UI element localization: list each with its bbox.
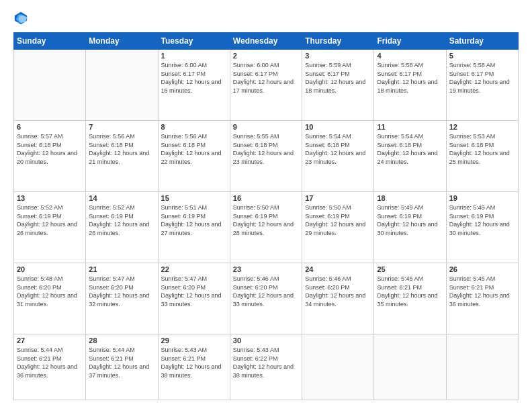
calendar-cell: [14, 50, 86, 121]
calendar-cell: [374, 334, 446, 400]
calendar-cell: 13Sunrise: 5:52 AM Sunset: 6:19 PM Dayli…: [14, 192, 86, 263]
calendar-week-5: 27Sunrise: 5:44 AM Sunset: 6:21 PM Dayli…: [14, 334, 519, 400]
calendar-cell: 15Sunrise: 5:51 AM Sunset: 6:19 PM Dayli…: [158, 192, 230, 263]
day-info: Sunrise: 5:48 AM Sunset: 6:20 PM Dayligh…: [17, 275, 83, 308]
calendar-header-wednesday: Wednesday: [230, 33, 302, 50]
calendar-cell: 7Sunrise: 5:56 AM Sunset: 6:18 PM Daylig…: [86, 121, 158, 192]
day-info: Sunrise: 5:54 AM Sunset: 6:18 PM Dayligh…: [377, 132, 443, 166]
day-info: Sunrise: 5:52 AM Sunset: 6:19 PM Dayligh…: [17, 203, 83, 237]
day-number: 14: [89, 194, 154, 202]
day-number: 17: [305, 194, 371, 202]
day-number: 30: [233, 336, 299, 345]
day-number: 28: [89, 336, 154, 345]
day-info: Sunrise: 5:56 AM Sunset: 6:18 PM Dayligh…: [89, 132, 154, 166]
calendar-cell: 22Sunrise: 5:47 AM Sunset: 6:20 PM Dayli…: [158, 263, 230, 334]
day-number: 23: [233, 265, 299, 273]
day-info: Sunrise: 5:55 AM Sunset: 6:18 PM Dayligh…: [233, 132, 299, 166]
day-number: 19: [449, 194, 515, 202]
calendar-cell: 9Sunrise: 5:55 AM Sunset: 6:18 PM Daylig…: [230, 121, 302, 192]
day-info: Sunrise: 5:52 AM Sunset: 6:19 PM Dayligh…: [89, 203, 154, 237]
calendar-cell: 14Sunrise: 5:52 AM Sunset: 6:19 PM Dayli…: [86, 192, 158, 263]
day-info: Sunrise: 6:00 AM Sunset: 6:17 PM Dayligh…: [161, 61, 227, 95]
day-info: Sunrise: 5:47 AM Sunset: 6:20 PM Dayligh…: [89, 275, 154, 308]
day-number: 10: [305, 123, 371, 131]
day-number: 22: [161, 265, 227, 273]
calendar: SundayMondayTuesdayWednesdayThursdayFrid…: [13, 32, 519, 400]
day-info: Sunrise: 5:54 AM Sunset: 6:18 PM Dayligh…: [305, 132, 371, 166]
calendar-cell: 6Sunrise: 5:57 AM Sunset: 6:18 PM Daylig…: [14, 121, 86, 192]
calendar-cell: 3Sunrise: 5:59 AM Sunset: 6:17 PM Daylig…: [302, 50, 374, 121]
calendar-header-thursday: Thursday: [302, 33, 374, 50]
day-number: 16: [233, 194, 299, 202]
calendar-cell: 11Sunrise: 5:54 AM Sunset: 6:18 PM Dayli…: [374, 121, 446, 192]
calendar-week-3: 13Sunrise: 5:52 AM Sunset: 6:19 PM Dayli…: [14, 192, 519, 263]
calendar-cell: [86, 50, 158, 121]
calendar-cell: 12Sunrise: 5:53 AM Sunset: 6:18 PM Dayli…: [446, 121, 518, 192]
day-number: 13: [17, 194, 83, 202]
day-number: 24: [305, 265, 371, 273]
day-number: 12: [449, 123, 515, 131]
day-info: Sunrise: 5:46 AM Sunset: 6:20 PM Dayligh…: [233, 275, 299, 308]
day-number: 29: [161, 336, 227, 345]
day-info: Sunrise: 5:43 AM Sunset: 6:22 PM Dayligh…: [233, 346, 299, 379]
day-info: Sunrise: 5:59 AM Sunset: 6:17 PM Dayligh…: [305, 61, 371, 95]
calendar-header-sunday: Sunday: [14, 33, 86, 50]
day-number: 7: [89, 123, 154, 131]
day-info: Sunrise: 5:44 AM Sunset: 6:21 PM Dayligh…: [17, 346, 83, 379]
day-number: 26: [449, 265, 515, 273]
day-number: 2: [233, 52, 299, 60]
calendar-cell: 25Sunrise: 5:45 AM Sunset: 6:21 PM Dayli…: [374, 263, 446, 334]
day-info: Sunrise: 5:58 AM Sunset: 6:17 PM Dayligh…: [449, 61, 515, 95]
day-number: 20: [17, 265, 83, 273]
calendar-cell: 30Sunrise: 5:43 AM Sunset: 6:22 PM Dayli…: [230, 334, 302, 400]
page: SundayMondayTuesdayWednesdayThursdayFrid…: [0, 0, 532, 411]
calendar-cell: 10Sunrise: 5:54 AM Sunset: 6:18 PM Dayli…: [302, 121, 374, 192]
calendar-cell: 2Sunrise: 6:00 AM Sunset: 6:17 PM Daylig…: [230, 50, 302, 121]
header: [13, 11, 519, 26]
calendar-cell: 4Sunrise: 5:58 AM Sunset: 6:17 PM Daylig…: [374, 50, 446, 121]
day-number: 9: [233, 123, 299, 131]
calendar-cell: 20Sunrise: 5:48 AM Sunset: 6:20 PM Dayli…: [14, 263, 86, 334]
calendar-header-monday: Monday: [86, 33, 158, 50]
day-info: Sunrise: 5:45 AM Sunset: 6:21 PM Dayligh…: [377, 275, 443, 308]
day-info: Sunrise: 5:53 AM Sunset: 6:18 PM Dayligh…: [449, 132, 515, 166]
day-info: Sunrise: 5:46 AM Sunset: 6:20 PM Dayligh…: [305, 275, 371, 308]
day-info: Sunrise: 5:47 AM Sunset: 6:20 PM Dayligh…: [161, 275, 227, 308]
calendar-cell: [446, 334, 518, 400]
day-number: 4: [377, 52, 443, 60]
day-number: 25: [377, 265, 443, 273]
calendar-cell: 24Sunrise: 5:46 AM Sunset: 6:20 PM Dayli…: [302, 263, 374, 334]
day-info: Sunrise: 5:49 AM Sunset: 6:19 PM Dayligh…: [449, 203, 515, 237]
day-info: Sunrise: 5:50 AM Sunset: 6:19 PM Dayligh…: [305, 203, 371, 237]
day-info: Sunrise: 5:43 AM Sunset: 6:21 PM Dayligh…: [161, 346, 227, 379]
day-info: Sunrise: 5:56 AM Sunset: 6:18 PM Dayligh…: [161, 132, 227, 166]
calendar-cell: 17Sunrise: 5:50 AM Sunset: 6:19 PM Dayli…: [302, 192, 374, 263]
day-info: Sunrise: 5:51 AM Sunset: 6:19 PM Dayligh…: [161, 203, 227, 237]
calendar-cell: 21Sunrise: 5:47 AM Sunset: 6:20 PM Dayli…: [86, 263, 158, 334]
calendar-cell: 23Sunrise: 5:46 AM Sunset: 6:20 PM Dayli…: [230, 263, 302, 334]
day-info: Sunrise: 6:00 AM Sunset: 6:17 PM Dayligh…: [233, 61, 299, 95]
day-number: 11: [377, 123, 443, 131]
calendar-week-1: 1Sunrise: 6:00 AM Sunset: 6:17 PM Daylig…: [14, 50, 519, 121]
calendar-cell: [302, 334, 374, 400]
calendar-cell: 8Sunrise: 5:56 AM Sunset: 6:18 PM Daylig…: [158, 121, 230, 192]
calendar-header-tuesday: Tuesday: [158, 33, 230, 50]
day-number: 6: [17, 123, 83, 131]
day-number: 3: [305, 52, 371, 60]
logo: [13, 11, 31, 26]
day-info: Sunrise: 5:45 AM Sunset: 6:21 PM Dayligh…: [449, 275, 515, 308]
calendar-cell: 26Sunrise: 5:45 AM Sunset: 6:21 PM Dayli…: [446, 263, 518, 334]
day-number: 8: [161, 123, 227, 131]
calendar-cell: 27Sunrise: 5:44 AM Sunset: 6:21 PM Dayli…: [14, 334, 86, 400]
calendar-cell: 1Sunrise: 6:00 AM Sunset: 6:17 PM Daylig…: [158, 50, 230, 121]
calendar-cell: 28Sunrise: 5:44 AM Sunset: 6:21 PM Dayli…: [86, 334, 158, 400]
day-number: 1: [161, 52, 227, 60]
day-number: 27: [17, 336, 83, 345]
calendar-header-row: SundayMondayTuesdayWednesdayThursdayFrid…: [14, 33, 519, 50]
day-info: Sunrise: 5:49 AM Sunset: 6:19 PM Dayligh…: [377, 203, 443, 237]
day-number: 5: [449, 52, 515, 60]
calendar-cell: 5Sunrise: 5:58 AM Sunset: 6:17 PM Daylig…: [446, 50, 518, 121]
calendar-cell: 18Sunrise: 5:49 AM Sunset: 6:19 PM Dayli…: [374, 192, 446, 263]
day-number: 18: [377, 194, 443, 202]
day-info: Sunrise: 5:50 AM Sunset: 6:19 PM Dayligh…: [233, 203, 299, 237]
